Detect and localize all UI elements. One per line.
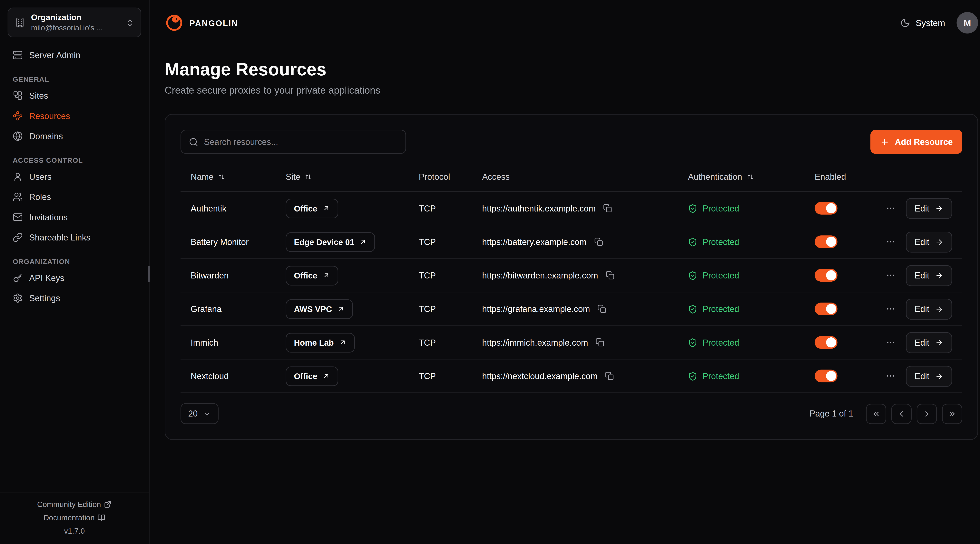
brand-name: PANGOLIN xyxy=(189,18,238,27)
sidebar-item-resources[interactable]: Resources xyxy=(8,106,141,126)
site-link-button[interactable]: AWS VPC xyxy=(286,299,353,319)
enabled-toggle[interactable] xyxy=(815,269,837,282)
sidebar-item-label: Users xyxy=(29,172,51,181)
column-header-name[interactable]: Name xyxy=(191,172,226,182)
mail-icon xyxy=(13,212,23,222)
sidebar-item-settings[interactable]: Settings xyxy=(8,288,141,308)
resource-protocol: TCP xyxy=(409,371,472,381)
pangolin-logo-icon xyxy=(165,13,184,32)
resource-url: https://battery.example.com xyxy=(482,237,587,246)
copy-url-button[interactable] xyxy=(603,369,617,383)
org-selector[interactable]: Organization milo@fossorial.io's ... xyxy=(8,8,141,37)
enabled-toggle[interactable] xyxy=(815,303,837,315)
column-header-site[interactable]: Site xyxy=(286,172,313,182)
copy-icon xyxy=(603,204,612,213)
users-icon xyxy=(13,192,23,202)
first-page-button[interactable] xyxy=(866,403,886,423)
edit-button[interactable]: Edit xyxy=(906,332,952,353)
sidebar-item-invitations[interactable]: Invitations xyxy=(8,207,141,227)
sidebar-resize-handle[interactable] xyxy=(148,266,150,282)
search-input[interactable] xyxy=(204,137,398,146)
sidebar-item-sites[interactable]: Sites xyxy=(8,86,141,106)
copy-url-button[interactable] xyxy=(592,235,605,249)
enabled-toggle[interactable] xyxy=(815,336,837,349)
add-resource-button[interactable]: Add Resource xyxy=(871,130,962,154)
sidebar-item-domains[interactable]: Domains xyxy=(8,126,141,146)
resource-protocol: TCP xyxy=(409,271,472,280)
site-link-button[interactable]: Office xyxy=(286,266,338,285)
arrow-right-icon xyxy=(935,305,943,313)
site-name: Home Lab xyxy=(294,338,334,347)
section-heading-general: GENERAL xyxy=(13,75,136,83)
toolbar: Add Resource xyxy=(180,130,962,154)
row-menu-button[interactable] xyxy=(883,201,898,216)
last-page-button[interactable] xyxy=(942,403,962,423)
site-link-button[interactable]: Edge Device 01 xyxy=(286,232,375,252)
row-menu-button[interactable] xyxy=(883,268,898,283)
auth-status-label: Protected xyxy=(702,371,739,381)
shield-check-icon xyxy=(688,371,697,381)
resource-name: Authentik xyxy=(180,203,275,213)
documentation-link[interactable]: Documentation xyxy=(43,513,105,522)
enabled-toggle[interactable] xyxy=(815,370,837,382)
row-menu-button[interactable] xyxy=(883,234,898,249)
section-heading-organization: ORGANIZATION xyxy=(13,257,136,265)
enabled-toggle[interactable] xyxy=(815,202,837,215)
sidebar-item-label: Invitations xyxy=(29,212,68,222)
sidebar-item-api-keys[interactable]: API Keys xyxy=(8,268,141,288)
row-menu-button[interactable] xyxy=(883,368,898,384)
previous-page-button[interactable] xyxy=(891,403,912,423)
page-size-select[interactable]: 20 xyxy=(180,403,218,424)
edit-button[interactable]: Edit xyxy=(906,366,952,387)
edit-button[interactable]: Edit xyxy=(906,265,952,286)
sidebar-item-label: Roles xyxy=(29,192,51,201)
site-link-button[interactable]: Home Lab xyxy=(286,333,355,352)
sidebar-item-server-admin[interactable]: Server Admin xyxy=(8,45,141,65)
sidebar-item-users[interactable]: Users xyxy=(8,167,141,187)
link-icon xyxy=(13,232,23,243)
sidebar-item-label: Domains xyxy=(29,132,63,141)
search-box[interactable] xyxy=(180,130,406,154)
sort-icon xyxy=(746,173,754,181)
row-menu-button[interactable] xyxy=(883,335,898,350)
book-open-icon xyxy=(98,514,105,521)
sidebar-item-shareable-links[interactable]: Shareable Links xyxy=(8,227,141,247)
copy-icon xyxy=(596,338,605,347)
enabled-toggle[interactable] xyxy=(815,235,837,248)
site-link-button[interactable]: Office xyxy=(286,198,338,218)
resource-protocol: TCP xyxy=(409,338,472,347)
column-header-authentication[interactable]: Authentication xyxy=(688,172,754,182)
edit-button[interactable]: Edit xyxy=(906,298,952,319)
edit-button[interactable]: Edit xyxy=(906,231,952,252)
community-edition-link[interactable]: Community Edition xyxy=(37,500,112,509)
copy-url-button[interactable] xyxy=(601,201,615,215)
page-head: Manage Resources Create secure proxies t… xyxy=(150,46,980,96)
arrow-right-icon xyxy=(935,338,943,347)
sidebar-item-label: Shareable Links xyxy=(29,233,91,242)
org-subtitle: milo@fossorial.io's ... xyxy=(31,24,119,32)
arrow-right-icon xyxy=(935,372,943,380)
row-menu-button[interactable] xyxy=(883,301,898,316)
resource-protocol: TCP xyxy=(409,237,472,246)
copy-url-button[interactable] xyxy=(593,335,607,349)
theme-toggle-button[interactable]: System xyxy=(900,17,945,28)
auth-status-label: Protected xyxy=(702,203,739,213)
copy-url-button[interactable] xyxy=(595,302,609,316)
edit-button[interactable]: Edit xyxy=(906,198,952,219)
sidebar-item-roles[interactable]: Roles xyxy=(8,187,141,207)
next-page-button[interactable] xyxy=(917,403,937,423)
arrow-right-icon xyxy=(935,238,943,246)
copy-icon xyxy=(598,305,606,313)
user-avatar[interactable]: M xyxy=(956,12,978,33)
chevron-down-icon xyxy=(204,410,211,417)
ellipsis-icon xyxy=(886,270,896,281)
table-row: Immich Home Lab TCP xyxy=(180,326,962,360)
resource-name: Grafana xyxy=(180,304,275,314)
copy-url-button[interactable] xyxy=(603,268,617,282)
auth-status-label: Protected xyxy=(702,338,739,347)
site-name: Edge Device 01 xyxy=(294,237,354,246)
ellipsis-icon xyxy=(886,304,896,314)
sidebar-item-label: Resources xyxy=(29,111,70,121)
site-link-button[interactable]: Office xyxy=(286,366,338,386)
gear-icon xyxy=(13,293,23,303)
